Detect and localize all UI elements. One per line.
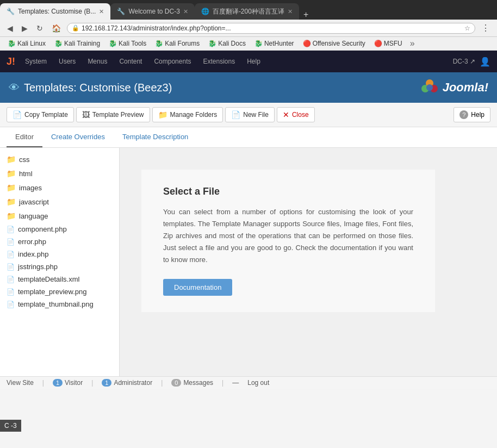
statusbar: View Site | 1 Visitor | 1 Administrator … bbox=[0, 376, 497, 389]
msfu-icon: 🔴 bbox=[374, 40, 382, 47]
file-template-thumbnail-png-icon: 📄 bbox=[7, 301, 15, 308]
folder-html-label: html bbox=[19, 170, 33, 178]
admin-label: Administrator bbox=[114, 379, 152, 387]
content-tabs: Editor Create Overrides Template Descrip… bbox=[0, 127, 497, 148]
file-template-preview-png[interactable]: 📄 template_preview.png bbox=[0, 285, 119, 298]
manage-folders-label: Manage Folders bbox=[170, 111, 218, 119]
folder-language[interactable]: 📁 language bbox=[0, 209, 119, 223]
joomla-nav: System Users Menus Content Components Ex… bbox=[20, 55, 449, 67]
bookmark-kali-linux[interactable]: 🐉 Kali Linux bbox=[4, 39, 49, 48]
file-template-thumbnail-png[interactable]: 📄 template_thumbnail.png bbox=[0, 298, 119, 310]
visitor-label: Visitor bbox=[65, 379, 83, 387]
new-file-button[interactable]: 📄 New File bbox=[225, 107, 275, 122]
tab-2-close[interactable]: ✕ bbox=[183, 8, 188, 15]
file-jsstrings-php-label: jsstrings.php bbox=[18, 263, 58, 271]
template-preview-button[interactable]: 🖼 Template Preview bbox=[76, 107, 150, 122]
offensive-security-icon: 🔴 bbox=[303, 40, 311, 47]
file-error-php[interactable]: 📄 error.php bbox=[0, 235, 119, 248]
tab-3-close[interactable]: ✕ bbox=[288, 8, 293, 15]
file-template-preview-png-icon: 📄 bbox=[7, 288, 15, 296]
user-menu[interactable]: 👤 bbox=[480, 57, 490, 67]
nethunter-icon: 🐉 bbox=[254, 40, 263, 47]
tab-3[interactable]: 🌐 百度翻译-200种语言互译 ✕ bbox=[195, 3, 299, 20]
kali-forums-label: Kali Forums bbox=[165, 40, 200, 47]
tab-editor[interactable]: Editor bbox=[7, 127, 42, 147]
file-jsstrings-php[interactable]: 📄 jsstrings.php bbox=[0, 260, 119, 273]
nav-content[interactable]: Content bbox=[114, 55, 147, 67]
msfu-label: MSFU bbox=[384, 40, 402, 47]
new-tab-button[interactable]: + bbox=[299, 10, 313, 20]
messages-count-item: 0 Messages bbox=[171, 379, 213, 387]
joomla-header: 👁 Templates: Customise (Beez3) Joomla! bbox=[0, 72, 497, 103]
logout-link[interactable]: Log out bbox=[247, 379, 269, 387]
folder-html-icon: 📁 bbox=[7, 169, 16, 178]
help-button[interactable]: ? Help bbox=[453, 107, 490, 122]
forward-button[interactable]: ▶ bbox=[19, 23, 30, 34]
home-button[interactable]: 🏠 bbox=[49, 23, 64, 34]
kali-forums-icon: 🐉 bbox=[155, 40, 163, 47]
documentation-button[interactable]: Documentation bbox=[163, 279, 232, 296]
toolbar: 📄 Copy Template 🖼 Template Preview 📁 Man… bbox=[0, 103, 497, 127]
tab-template-description[interactable]: Template Description bbox=[114, 127, 197, 147]
nav-components[interactable]: Components bbox=[148, 55, 196, 67]
folder-html[interactable]: 📁 html bbox=[0, 166, 119, 181]
bookmark-msfu[interactable]: 🔴 MSFU bbox=[371, 39, 406, 48]
bookmarks-more[interactable]: » bbox=[410, 39, 415, 48]
bookmark-kali-forums[interactable]: 🐉 Kali Forums bbox=[152, 39, 203, 48]
template-preview-label: Template Preview bbox=[92, 111, 144, 119]
topbar-right: DC-3 ↗ 👤 bbox=[453, 57, 490, 67]
tab-1-label: Templates: Customise (B... bbox=[18, 8, 96, 15]
folder-images[interactable]: 📁 images bbox=[0, 181, 119, 195]
template-preview-icon: 🖼 bbox=[82, 110, 90, 119]
back-button[interactable]: ◀ bbox=[4, 23, 16, 34]
folder-language-icon: 📁 bbox=[7, 211, 16, 220]
kali-linux-icon: 🐉 bbox=[8, 40, 16, 47]
folder-css-label: css bbox=[19, 155, 30, 164]
bookmark-nethunter[interactable]: 🐉 NetHunter bbox=[251, 39, 297, 48]
security-icon: 🔒 bbox=[72, 24, 79, 32]
copy-template-icon: 📄 bbox=[13, 110, 22, 119]
visitor-badge: 1 bbox=[53, 379, 63, 387]
logout-label: Log out bbox=[247, 379, 269, 387]
tab-1[interactable]: 🔧 Templates: Customise (B... ✕ bbox=[0, 3, 110, 20]
kali-tools-icon: 🐉 bbox=[109, 40, 117, 47]
tab-create-overrides[interactable]: Create Overrides bbox=[42, 127, 114, 147]
page-title: Templates: Customise (Beez3) bbox=[24, 82, 172, 94]
close-label: Close bbox=[292, 111, 309, 119]
tab-1-close[interactable]: ✕ bbox=[99, 8, 104, 15]
kali-docs-label: Kali Docs bbox=[218, 40, 246, 47]
folder-javascript[interactable]: 📁 javascript bbox=[0, 195, 119, 209]
nav-extensions[interactable]: Extensions bbox=[197, 55, 240, 67]
url-box[interactable]: 🔒 192.168.172.143/administrator/index.ph… bbox=[67, 23, 475, 34]
bookmark-kali-docs[interactable]: 🐉 Kali Docs bbox=[205, 39, 249, 48]
tab-2[interactable]: 🔧 Welcome to DC-3 ✕ bbox=[110, 3, 194, 20]
joomla-logo-text: Joomla! bbox=[443, 80, 488, 95]
view-site-link[interactable]: View Site bbox=[7, 379, 34, 387]
file-templatedetails-xml[interactable]: 📄 templateDetails.xml bbox=[0, 273, 119, 285]
tab-3-icon: 🌐 bbox=[201, 8, 209, 15]
main-area: 📁 css 📁 html 📁 images 📁 javascript 📁 lan… bbox=[0, 148, 497, 376]
close-button[interactable]: ✕ Close bbox=[277, 107, 315, 122]
bookmark-star-icon[interactable]: ☆ bbox=[464, 24, 470, 32]
reload-button[interactable]: ↻ bbox=[34, 23, 46, 34]
nav-users[interactable]: Users bbox=[53, 55, 81, 67]
nav-help[interactable]: Help bbox=[241, 55, 266, 67]
copy-template-label: Copy Template bbox=[24, 111, 68, 119]
offensive-security-label: Offensive Security bbox=[313, 40, 365, 47]
folder-images-icon: 📁 bbox=[7, 183, 16, 192]
file-index-php[interactable]: 📄 index.php bbox=[0, 248, 119, 260]
nav-menus[interactable]: Menus bbox=[82, 55, 113, 67]
copy-template-button[interactable]: 📄 Copy Template bbox=[7, 107, 74, 122]
manage-folders-button[interactable]: 📁 Manage Folders bbox=[152, 107, 223, 122]
bookmark-kali-training[interactable]: 🐉 Kali Training bbox=[51, 39, 103, 48]
bookmark-kali-tools[interactable]: 🐉 Kali Tools bbox=[105, 39, 150, 48]
nav-system[interactable]: System bbox=[20, 55, 52, 67]
kali-training-icon: 🐉 bbox=[54, 40, 63, 47]
file-component-php[interactable]: 📄 component.php bbox=[0, 223, 119, 235]
kali-linux-label: Kali Linux bbox=[17, 40, 46, 47]
bookmark-offensive-security[interactable]: 🔴 Offensive Security bbox=[300, 39, 369, 48]
file-template-thumbnail-png-label: template_thumbnail.png bbox=[18, 300, 94, 308]
folder-css[interactable]: 📁 css bbox=[0, 152, 119, 166]
menu-button[interactable]: ⋮ bbox=[479, 22, 493, 34]
site-link[interactable]: DC-3 ↗ bbox=[453, 58, 475, 65]
